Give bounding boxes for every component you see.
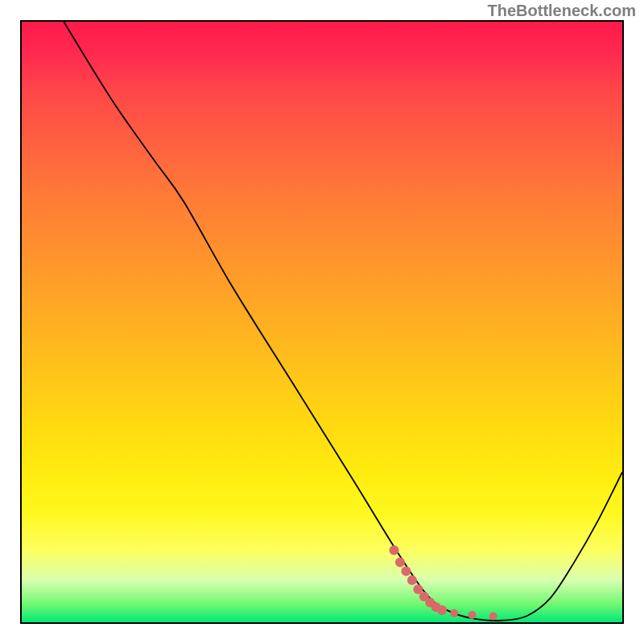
highlight-dot: [401, 567, 411, 576]
chart-svg: [22, 22, 622, 622]
highlight-dot: [390, 545, 399, 555]
highlight-dot: [437, 605, 447, 615]
highlight-dot: [450, 609, 458, 617]
watermark-text: TheBottleneck.com: [488, 2, 636, 20]
bottleneck-curve: [64, 22, 622, 621]
highlight-dots: [390, 545, 497, 620]
highlight-dot: [395, 557, 405, 567]
chart-area: [20, 20, 624, 624]
highlight-dot: [489, 613, 497, 621]
highlight-dot: [468, 611, 476, 619]
highlight-dot: [407, 576, 417, 585]
